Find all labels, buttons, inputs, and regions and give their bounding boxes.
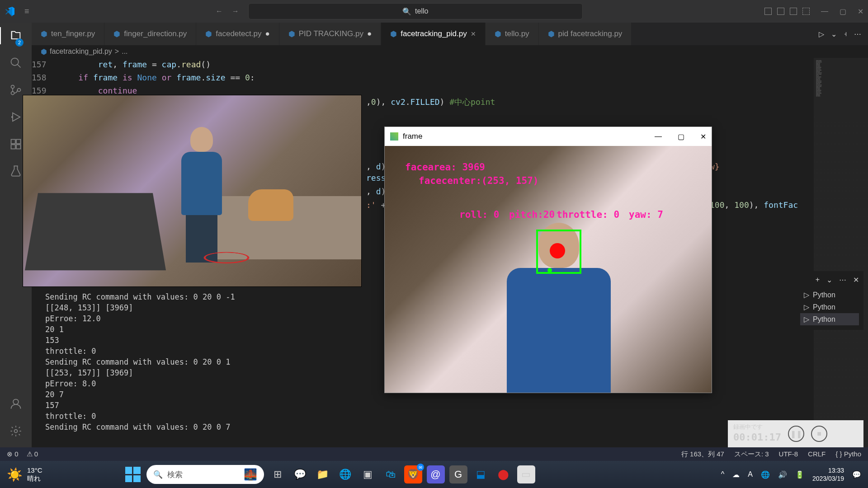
terminal-list-item[interactable]: ▷Python bbox=[800, 313, 859, 325]
taskbar-app-g[interactable]: G bbox=[449, 465, 467, 483]
more-actions-icon[interactable]: ⋯ bbox=[854, 30, 861, 38]
frame-window-titlebar[interactable]: frame — ▢ ✕ bbox=[385, 127, 712, 146]
tab-facedetect[interactable]: ⬢facedetect.py● bbox=[196, 23, 279, 45]
nav-forward-icon[interactable]: → bbox=[232, 7, 239, 15]
taskbar-weather[interactable]: ☀️ 13°C 晴れ bbox=[7, 466, 42, 483]
face-center-dot bbox=[550, 243, 565, 258]
taskbar-clock[interactable]: 13:33 2023/03/19 bbox=[812, 466, 844, 483]
opencv-frame-window[interactable]: frame — ▢ ✕ facearea: 3969 facecenter:(2… bbox=[384, 127, 712, 393]
svg-point-9 bbox=[13, 399, 19, 405]
explorer-badge: 2 bbox=[15, 38, 24, 47]
dirty-indicator-icon: ● bbox=[367, 29, 372, 38]
tray-chevron-icon[interactable]: ^ bbox=[721, 470, 725, 479]
breadcrumb[interactable]: ⬢ facetracking_pid.py > ... bbox=[32, 45, 868, 58]
tab-pid-facetracking[interactable]: ⬢pid facetracking.py bbox=[539, 23, 632, 45]
tab-facetracking-pid[interactable]: ⬢facetracking_pid.py✕ bbox=[381, 23, 485, 45]
svg-rect-6 bbox=[16, 140, 20, 144]
python-file-icon: ⬢ bbox=[205, 29, 212, 39]
run-dropdown-icon[interactable]: ⌄ bbox=[831, 30, 837, 38]
testing-icon[interactable] bbox=[9, 165, 22, 181]
tab-tello[interactable]: ⬢tello.py bbox=[486, 23, 539, 45]
tray-notifications-icon[interactable]: 💬 bbox=[852, 470, 861, 479]
start-button[interactable] bbox=[124, 465, 142, 483]
recorder-stop-button[interactable]: ■ bbox=[811, 426, 827, 442]
frame-video-content: facearea: 3969 facecenter:(253, 157) rol… bbox=[385, 146, 712, 393]
status-encoding[interactable]: UTF-8 bbox=[779, 450, 798, 459]
taskbar-app-mail[interactable]: @ bbox=[427, 465, 445, 483]
vscode-logo-icon bbox=[5, 6, 15, 17]
frame-maximize-icon[interactable]: ▢ bbox=[678, 132, 684, 141]
taskbar-app-brave[interactable]: 🦁✉ bbox=[404, 465, 422, 483]
minimize-icon[interactable]: — bbox=[821, 7, 828, 15]
status-language[interactable]: { } Pytho bbox=[835, 450, 861, 459]
tab-ten-finger[interactable]: ⬢ten_finger.py bbox=[32, 23, 104, 45]
status-eol[interactable]: CRLF bbox=[808, 450, 826, 459]
tracking-dot bbox=[547, 268, 552, 272]
status-ln-col[interactable]: 行 163、列 47 bbox=[681, 450, 724, 459]
status-errors[interactable]: ⊗ 0 bbox=[7, 450, 19, 458]
taskbar-app-store[interactable]: 🛍 bbox=[382, 465, 400, 483]
code-fragment: ress bbox=[366, 173, 386, 183]
terminal-more-icon[interactable]: ⋯ bbox=[839, 276, 846, 284]
taskbar-app-explorer[interactable]: 📁 bbox=[314, 465, 332, 483]
status-warnings[interactable]: ⚠ 0 bbox=[27, 450, 38, 458]
recorder-status: 録画中です bbox=[733, 423, 781, 431]
run-debug-icon[interactable] bbox=[9, 111, 22, 127]
taskbar-search-input[interactable]: 🔍 検索 🌉 bbox=[146, 465, 264, 484]
tab-pid-tracking[interactable]: ⬢PID TRACKING.py● bbox=[279, 23, 382, 45]
account-icon[interactable] bbox=[9, 398, 22, 413]
tab-close-icon[interactable]: ✕ bbox=[471, 30, 476, 38]
nav-back-icon[interactable]: ← bbox=[216, 7, 223, 15]
minimap[interactable]: ████ ██████ ████ ██████ ██████████ █████… bbox=[814, 58, 868, 447]
terminal-shell-icon: ▷ bbox=[804, 303, 809, 311]
screen-recorder-overlay[interactable]: 録画中です 00:01:17 ❚❚ ■ bbox=[728, 420, 863, 447]
explorer-icon[interactable]: 2 bbox=[9, 29, 22, 45]
menu-icon[interactable]: ≡ bbox=[24, 7, 29, 16]
command-search-input[interactable]: 🔍 tello bbox=[248, 3, 583, 19]
overlay-facecenter: facecenter:(253, 157) bbox=[419, 175, 539, 186]
overlay-yaw: yaw: 7 bbox=[629, 209, 663, 220]
search-activity-icon[interactable] bbox=[9, 56, 22, 72]
taskbar-app-camera[interactable]: ▭ bbox=[517, 465, 535, 483]
taskbar-app-vscode[interactable]: ⬓ bbox=[472, 465, 490, 483]
run-icon[interactable]: ▷ bbox=[819, 30, 824, 38]
recorder-pause-button[interactable]: ❚❚ bbox=[788, 426, 804, 442]
search-icon: 🔍 bbox=[402, 7, 411, 16]
task-view-icon[interactable]: ⊞ bbox=[269, 465, 287, 483]
svg-point-0 bbox=[11, 58, 19, 66]
tray-battery-icon[interactable]: 🔋 bbox=[795, 470, 804, 479]
maximize-icon[interactable]: ▢ bbox=[840, 7, 846, 16]
tray-ime-icon[interactable]: A bbox=[748, 470, 753, 479]
taskbar-app-record[interactable]: ⬤ bbox=[495, 465, 513, 483]
frame-close-icon[interactable]: ✕ bbox=[700, 132, 706, 141]
terminal-close-icon[interactable]: ✕ bbox=[853, 276, 859, 284]
overlay-pitch: pitch:20 bbox=[509, 209, 555, 220]
code-fragment: , d) bbox=[366, 162, 386, 171]
code-fragment: 100, 100), fontFac bbox=[710, 200, 798, 210]
tray-volume-icon[interactable]: 🔊 bbox=[778, 470, 787, 479]
weather-sun-icon: ☀️ bbox=[7, 467, 23, 482]
new-terminal-icon[interactable]: + bbox=[816, 276, 820, 284]
taskbar-app-terminal[interactable]: ▣ bbox=[359, 465, 377, 483]
taskbar-app-edge[interactable]: 🌐 bbox=[336, 465, 354, 483]
source-control-icon[interactable] bbox=[9, 84, 22, 99]
tray-network-icon[interactable]: 🌐 bbox=[761, 470, 770, 479]
status-spaces[interactable]: スペース: 3 bbox=[734, 450, 769, 459]
windows-taskbar: ☀️ 13°C 晴れ 🔍 検索 🌉 ⊞ 💬 📁 🌐 ▣ 🛍 🦁✉ @ G ⬓ ⬤… bbox=[0, 461, 868, 488]
layout-icons[interactable] bbox=[764, 8, 810, 15]
terminal-list-item[interactable]: ▷Python bbox=[800, 301, 859, 313]
settings-gear-icon[interactable] bbox=[9, 425, 22, 441]
split-editor-icon[interactable]: ⫞ bbox=[844, 30, 847, 38]
tab-finger-direction[interactable]: ⬢finger_direction.py bbox=[104, 23, 196, 45]
terminal-list-item[interactable]: ▷Python bbox=[800, 289, 859, 301]
tray-cloud-icon[interactable]: ☁ bbox=[732, 470, 740, 479]
frame-minimize-icon[interactable]: — bbox=[655, 132, 662, 141]
extensions-icon[interactable] bbox=[9, 138, 22, 154]
python-file-icon: ⬢ bbox=[288, 29, 295, 39]
overlay-throttle: throttle: 0 bbox=[557, 209, 619, 220]
close-icon[interactable]: ✕ bbox=[858, 7, 863, 16]
line-number: 158 bbox=[32, 71, 59, 84]
taskbar-app-chat[interactable]: 💬 bbox=[291, 465, 309, 483]
status-bar: ⊗ 0 ⚠ 0 行 163、列 47 スペース: 3 UTF-8 CRLF { … bbox=[0, 447, 868, 461]
terminal-dropdown-icon[interactable]: ⌄ bbox=[826, 276, 832, 284]
